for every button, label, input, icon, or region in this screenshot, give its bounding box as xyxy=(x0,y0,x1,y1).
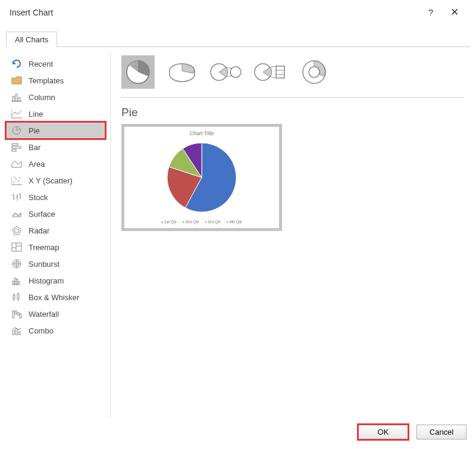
preview-pie-svg xyxy=(163,139,240,216)
sunburst-icon xyxy=(11,258,23,269)
sidebar-item-label: Recent xyxy=(29,60,53,68)
sidebar-item-recent[interactable]: Recent xyxy=(6,55,105,72)
bar-icon xyxy=(11,142,23,152)
sidebar-item-scatter[interactable]: X Y (Scatter) xyxy=(6,172,105,189)
sidebar-item-label: Surface xyxy=(29,210,55,219)
combo-icon xyxy=(11,325,23,336)
legend-item: 1st Qtr xyxy=(161,220,176,224)
svg-marker-27 xyxy=(14,229,19,233)
svg-line-64 xyxy=(270,77,276,78)
dialog-title: Insert Chart xyxy=(10,8,419,17)
sidebar-item-column[interactable]: Column xyxy=(6,89,105,105)
svg-rect-9 xyxy=(12,149,16,151)
sidebar-item-pie[interactable]: Pie xyxy=(6,122,105,139)
pie-icon xyxy=(11,125,23,136)
sidebar-item-label: Histogram xyxy=(29,276,64,285)
svg-point-14 xyxy=(14,177,15,178)
sidebar-item-label: Box & Whisker xyxy=(29,293,79,302)
svg-rect-52 xyxy=(18,332,20,335)
svg-line-63 xyxy=(270,66,276,67)
svg-rect-39 xyxy=(18,282,20,285)
svg-point-10 xyxy=(13,182,14,183)
svg-rect-2 xyxy=(18,98,20,101)
preview-title: Chart Title xyxy=(189,130,214,136)
svg-point-13 xyxy=(19,177,20,179)
help-icon[interactable]: ? xyxy=(419,7,443,17)
svg-rect-0 xyxy=(12,96,14,101)
sidebar-item-label: Waterfall xyxy=(29,310,59,319)
subtype-pie[interactable] xyxy=(121,55,155,89)
svg-rect-60 xyxy=(276,66,284,78)
chart-preview[interactable]: Chart Title 1st Qtr 2nd Qtr 3rd Qtr 4th … xyxy=(121,124,282,231)
radar-icon xyxy=(11,225,23,236)
svg-rect-28 xyxy=(12,243,21,251)
svg-rect-40 xyxy=(13,295,15,299)
tabs-row: All Charts xyxy=(0,32,476,47)
svg-point-66 xyxy=(309,67,320,77)
sidebar-item-templates[interactable]: Templates xyxy=(6,72,105,89)
legend-item: 3rd Qtr xyxy=(205,220,221,224)
subtype-pie-of-pie[interactable] xyxy=(209,55,243,89)
pie-subtype-row xyxy=(121,55,463,98)
sidebar-item-line[interactable]: Line xyxy=(6,105,105,122)
svg-marker-26 xyxy=(12,226,21,235)
svg-point-12 xyxy=(18,180,19,182)
sidebar-item-label: Column xyxy=(29,93,55,102)
sidebar-item-area[interactable]: Area xyxy=(6,155,105,172)
cancel-button[interactable]: Cancel xyxy=(416,425,466,439)
sidebar-item-bar[interactable]: Bar xyxy=(6,139,105,155)
treemap-icon xyxy=(11,242,23,252)
legend-item: 4th Qtr xyxy=(227,220,242,224)
waterfall-icon xyxy=(11,308,23,319)
templates-icon xyxy=(11,75,23,86)
svg-rect-46 xyxy=(12,311,14,318)
column-icon xyxy=(11,92,23,102)
svg-rect-47 xyxy=(15,311,17,314)
sidebar-item-label: Pie xyxy=(29,126,40,135)
svg-rect-8 xyxy=(12,146,21,148)
line-icon xyxy=(11,108,23,119)
sidebar-item-boxwhisker[interactable]: Box & Whisker xyxy=(6,289,105,305)
preview-legend: 1st Qtr 2nd Qtr 3rd Qtr 4th Qtr xyxy=(161,220,242,224)
sidebar-item-surface[interactable]: Surface xyxy=(6,205,105,222)
svg-rect-51 xyxy=(15,329,17,335)
main-area: Recent Templates Column Line Pie xyxy=(0,47,476,417)
svg-rect-49 xyxy=(20,314,21,318)
ok-button[interactable]: OK xyxy=(358,425,408,439)
sidebar-item-label: X Y (Scatter) xyxy=(29,176,73,185)
sidebar-item-histogram[interactable]: Histogram xyxy=(6,272,105,289)
sidebar-item-treemap[interactable]: Treemap xyxy=(6,239,105,255)
recent-icon xyxy=(11,58,23,69)
svg-point-11 xyxy=(15,179,17,180)
histogram-icon xyxy=(11,275,23,286)
surface-icon xyxy=(11,208,23,219)
svg-rect-48 xyxy=(17,313,19,315)
area-icon xyxy=(11,158,23,169)
subtype-pie-3d[interactable] xyxy=(165,55,199,89)
svg-rect-50 xyxy=(12,330,14,335)
sidebar-item-label: Treemap xyxy=(29,243,60,252)
chart-content: Pie Chart Title 1st Qtr 2nd Qtr 3rd Q xyxy=(111,52,470,417)
sidebar-item-label: Stock xyxy=(29,193,48,202)
sidebar-item-radar[interactable]: Radar xyxy=(6,222,105,239)
sidebar-item-combo[interactable]: Combo xyxy=(6,322,105,339)
sidebar-item-label: Templates xyxy=(29,76,64,85)
close-icon[interactable]: ✕ xyxy=(443,6,466,18)
subtype-doughnut[interactable] xyxy=(298,55,331,89)
sidebar-item-stock[interactable]: Stock xyxy=(6,189,105,205)
titlebar: Insert Chart ? ✕ xyxy=(0,0,476,23)
sidebar-item-label: Line xyxy=(29,110,43,119)
chart-type-sidebar: Recent Templates Column Line Pie xyxy=(6,52,111,417)
sidebar-item-sunburst[interactable]: Sunburst xyxy=(6,255,105,272)
sidebar-item-label: Combo xyxy=(29,326,54,335)
svg-rect-43 xyxy=(17,294,19,299)
pie-heading: Pie xyxy=(121,106,463,119)
sidebar-item-label: Radar xyxy=(29,226,49,235)
subtype-bar-of-pie[interactable] xyxy=(253,55,287,89)
stock-icon xyxy=(11,192,23,202)
legend-item: 2nd Qtr xyxy=(183,220,199,224)
tab-all-charts[interactable]: All Charts xyxy=(6,32,57,47)
sidebar-item-label: Area xyxy=(29,160,45,169)
sidebar-item-waterfall[interactable]: Waterfall xyxy=(6,305,105,322)
sidebar-item-label: Bar xyxy=(29,143,40,152)
